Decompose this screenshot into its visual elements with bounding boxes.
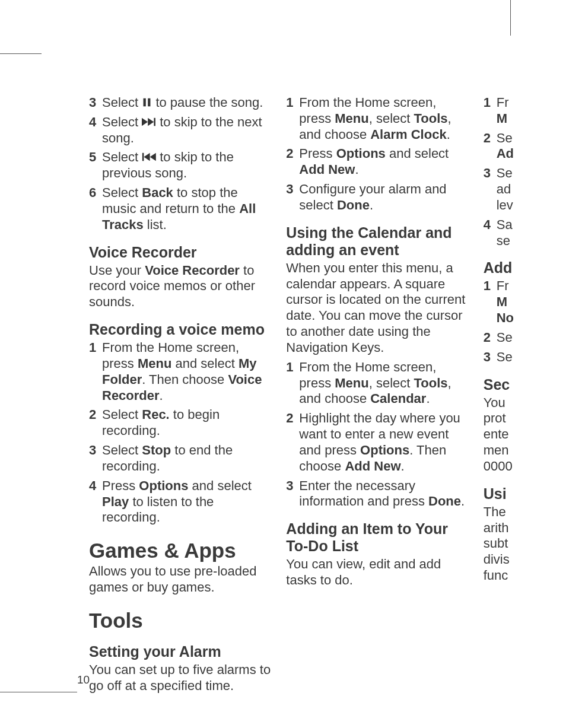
step-item: 3Select to pause the song.	[89, 95, 274, 111]
step-item: 5Select to skip to the previous song.	[89, 150, 274, 182]
svg-rect-4	[154, 118, 156, 126]
svg-rect-5	[142, 153, 144, 161]
step-text: From the Home screen, press Menu and sel…	[102, 340, 274, 403]
step-item: 4Press Options and select Play to listen…	[89, 478, 274, 526]
crop-mark-right	[510, 0, 511, 36]
step-item-clipped: 1FrM	[484, 95, 566, 127]
step-number: 3	[286, 182, 299, 214]
step-item-clipped: 1FrMNo	[484, 278, 566, 326]
step-text: SeAd	[497, 131, 566, 163]
step-text: FrMNo	[497, 278, 566, 326]
step-item: 1From the Home screen, press Menu, selec…	[286, 95, 471, 142]
step-item-clipped: 4Sase	[484, 217, 566, 249]
heading-clipped-add: Add	[484, 259, 566, 276]
heading-using-calendar: Using the Calendar and adding an event	[286, 224, 471, 259]
paragraph-todo: You can view, edit and add tasks to do.	[286, 557, 471, 589]
page-content: 3Select to pause the song.4Select to ski…	[89, 95, 566, 669]
step-text: Se	[497, 349, 566, 365]
step-number: 6	[89, 185, 102, 233]
steps-group: 1From the Home screen, press Menu, selec…	[286, 360, 471, 510]
step-item: 3Configure your alarm and select Done.	[286, 182, 471, 214]
heading-tools: Tools	[89, 609, 274, 632]
heading-voice-recorder: Voice Recorder	[89, 244, 274, 261]
step-item: 4Select to skip to the next song.	[89, 115, 274, 147]
svg-marker-3	[148, 118, 154, 126]
step-text: Select Stop to end the recording.	[102, 443, 274, 475]
step-text: Highlight the day where you want to ente…	[299, 411, 471, 474]
paragraph-clipped-sec: You protentemen0000	[484, 395, 566, 475]
heading-setting-alarm: Setting your Alarm	[89, 643, 274, 660]
step-item: 2Select Rec. to begin recording.	[89, 407, 274, 439]
svg-marker-7	[150, 153, 156, 161]
step-item: 1From the Home screen, press Menu and se…	[89, 340, 274, 403]
step-text: Enter the necessary information and pres…	[299, 478, 471, 510]
step-text: From the Home screen, press Menu, select…	[299, 360, 471, 407]
step-text: Press Options and select Play to listen …	[102, 478, 274, 526]
next-icon	[142, 117, 156, 127]
step-item-clipped: 2Se	[484, 330, 566, 346]
step-number: 4	[89, 115, 102, 147]
paragraph-calendar: When you enter this menu, a calendar app…	[286, 260, 471, 356]
step-item-clipped: 2SeAd	[484, 131, 566, 163]
step-text: Se	[497, 330, 566, 346]
step-number: 1	[286, 95, 299, 142]
step-text: FrM	[497, 95, 566, 127]
step-text: Seadlev	[497, 166, 566, 213]
column-2: 1From the Home screen, press Menu, selec…	[286, 95, 483, 669]
svg-rect-0	[144, 98, 146, 107]
paragraph-setting-alarm: You can set up to five alarms to go off …	[89, 662, 274, 694]
step-item-clipped: 3Seadlev	[484, 166, 566, 213]
step-number: 1	[89, 340, 102, 403]
step-item: 1From the Home screen, press Menu, selec…	[286, 360, 471, 407]
steps-group: 1FrM2SeAd3Seadlev4Sase	[484, 95, 566, 249]
heading-games-apps: Games & Apps	[89, 539, 274, 562]
step-number: 4	[484, 217, 497, 249]
column-1: 3Select to pause the song.4Select to ski…	[89, 95, 286, 669]
step-item: 3Select Stop to end the recording.	[89, 443, 274, 475]
heading-clipped-usi: Usi	[484, 485, 566, 503]
step-number: 2	[286, 146, 299, 178]
step-number: 3	[484, 349, 497, 365]
step-number: 2	[484, 330, 497, 346]
step-number: 1	[286, 360, 299, 407]
step-text: Sase	[497, 217, 566, 249]
step-number: 3	[484, 166, 497, 213]
step-item: 2Press Options and select Add New.	[286, 146, 471, 178]
heading-clipped-sec: Sec	[484, 376, 566, 393]
step-number: 3	[89, 95, 102, 111]
step-number: 5	[89, 150, 102, 182]
heading-todo-list: Adding an Item to Your To-Do List	[286, 520, 471, 555]
step-text: Select Rec. to begin recording.	[102, 407, 274, 439]
step-text: Press Options and select Add New.	[299, 146, 471, 178]
step-text: From the Home screen, press Menu, select…	[299, 95, 471, 142]
pause-icon	[142, 97, 152, 107]
step-item: 3Enter the necessary information and pre…	[286, 478, 471, 510]
steps-group: 1FrMNo2Se3Se	[484, 278, 566, 365]
step-number: 2	[89, 407, 102, 439]
paragraph-voice-recorder: Use your Voice Recorder to record voice …	[89, 263, 274, 310]
step-item: 6Select Back to stop the music and retur…	[89, 185, 274, 233]
steps-group: 1From the Home screen, press Menu, selec…	[286, 95, 471, 214]
page-number: 10	[77, 673, 90, 686]
step-number: 2	[286, 411, 299, 474]
step-text: Configure your alarm and select Done.	[299, 182, 471, 214]
svg-rect-1	[148, 98, 150, 107]
paragraph-games-apps: Allows you to use pre-loaded games or bu…	[89, 564, 274, 596]
step-text: Select to skip to the next song.	[102, 115, 274, 147]
step-number: 3	[286, 478, 299, 510]
steps-group: 1From the Home screen, press Menu and se…	[89, 340, 274, 526]
step-number: 2	[484, 131, 497, 163]
steps-group: 3Select to pause the song.4Select to ski…	[89, 95, 274, 233]
step-text: Select to skip to the previous song.	[102, 150, 274, 182]
crop-mark-bottom	[0, 692, 77, 692]
step-item-clipped: 3Se	[484, 349, 566, 365]
heading-recording-memo: Recording a voice memo	[89, 321, 274, 338]
step-text: Select to pause the song.	[102, 95, 274, 111]
step-text: Select Back to stop the music and return…	[102, 185, 274, 233]
paragraph-clipped-usi: The arithsubtdivisfunc	[484, 504, 566, 584]
step-number: 1	[484, 278, 497, 326]
crop-mark-top	[0, 53, 42, 54]
step-number: 1	[484, 95, 497, 127]
prev-icon	[142, 152, 156, 162]
column-3-clipped: 1FrM2SeAd3Seadlev4Sase Add 1FrMNo2Se3Se …	[484, 95, 566, 669]
